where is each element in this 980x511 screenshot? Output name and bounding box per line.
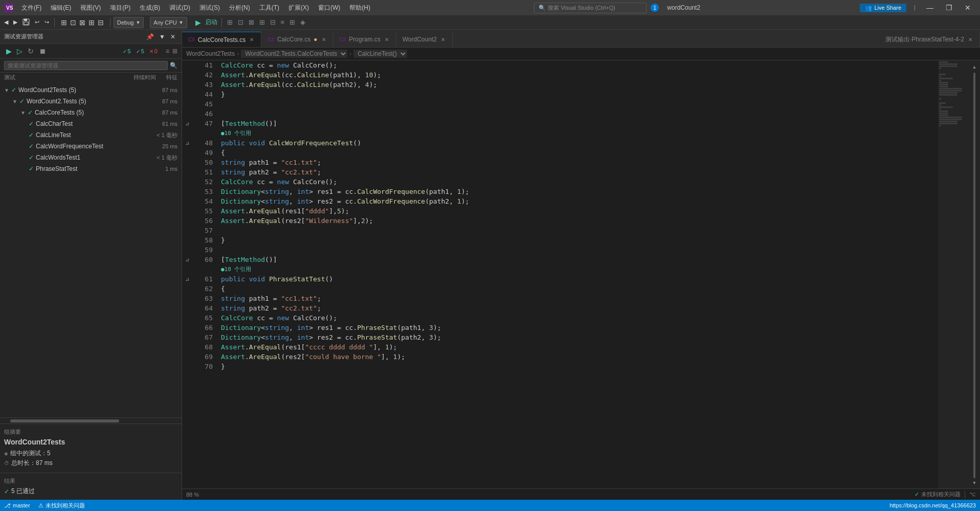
run-all-tests-button[interactable]: ▶	[4, 46, 14, 56]
pin-button[interactable]: 📌	[144, 32, 156, 41]
tests-icon: ◈	[4, 451, 8, 456]
cancel-tests-button[interactable]: ⏹	[37, 46, 48, 56]
toolbar-extra-btn7[interactable]: ⊞	[287, 18, 297, 26]
chevron-down-icon: ▼	[136, 20, 140, 25]
breadcrumb-dropdown-1[interactable]: WordCount2.Tests.CalcCoreTests	[241, 50, 347, 58]
save-button[interactable]	[20, 17, 32, 28]
editor-tab-bar: C# CalcCoreTests.cs ✕ C# CalcCore.cs ● ✕…	[182, 30, 980, 48]
debug-tests-button[interactable]: ↻	[26, 46, 36, 56]
source-control-status[interactable]: ⎇ master	[4, 502, 30, 509]
menu-analyze[interactable]: 分析(N)	[225, 3, 254, 13]
git-icon[interactable]: ⌥	[969, 491, 976, 498]
live-share-button[interactable]: 👥 Live Share	[860, 4, 906, 12]
platform-dropdown[interactable]: Any CPU ▼	[150, 17, 187, 28]
tab-close-5[interactable]: ✕	[967, 36, 973, 43]
tree-node-label-3: CalcCoreTests (5)	[35, 109, 162, 116]
group-button[interactable]: ⊞	[172, 48, 177, 55]
run-selected-button[interactable]: ▷	[15, 46, 25, 56]
btn-icons4[interactable]: ⊞	[87, 18, 96, 27]
tab-wordcount2[interactable]: WordCount2 ✕	[396, 32, 453, 47]
status-bar: ⎇ master ⚠ 未找到相关问题 https://blog.csdn.net…	[0, 500, 980, 511]
toolbar-extra-btn3[interactable]: ⊠	[247, 18, 256, 26]
btn-icons5[interactable]: ⊟	[97, 18, 105, 27]
scroll-down-icon[interactable]: ▼	[970, 478, 979, 487]
code-editor[interactable]: CalcCore cc = new CalcCore(); Assert.Are…	[217, 60, 938, 488]
tree-node-calccoretests[interactable]: ▼ ✓ CalcCoreTests (5) 87 ms	[0, 107, 182, 118]
start-label: 启动	[204, 18, 218, 27]
menu-edit[interactable]: 编辑(E)	[47, 3, 75, 13]
minimize-button[interactable]: —	[921, 3, 939, 13]
breadcrumb-dropdown-2[interactable]: CalcLineTest()	[353, 50, 407, 58]
tree-node-wordcount2tests-2[interactable]: ▼ ✓ WordCount2.Tests (5) 87 ms	[0, 96, 182, 107]
check-icon: ✓	[123, 49, 127, 54]
close-panel-button[interactable]: ✕	[168, 32, 177, 41]
filter-button[interactable]: ≡	[166, 48, 169, 55]
right-side-bar: ▲ ▼	[969, 60, 980, 488]
menu-test[interactable]: 测试(S)	[195, 3, 224, 13]
expand-icon[interactable]: ⟩	[910, 3, 919, 12]
menu-build[interactable]: 生成(B)	[136, 3, 164, 13]
tab-close-4[interactable]: ✕	[440, 36, 446, 43]
toolbar-extra-btn8[interactable]: ◈	[298, 18, 307, 26]
tab-close-3[interactable]: ✕	[384, 36, 390, 43]
debug-mode-dropdown[interactable]: Debug ▼	[114, 17, 144, 28]
svg-text:VS: VS	[6, 5, 13, 11]
minimap[interactable]	[938, 60, 969, 488]
minimap-content	[938, 60, 969, 128]
tab-program[interactable]: C# Program.cs ✕	[333, 32, 396, 47]
breadcrumb-item-1[interactable]: WordCount2Tests	[186, 50, 235, 57]
toolbar-extra-btn2[interactable]: ⊡	[236, 18, 246, 26]
close-button[interactable]: ✕	[960, 3, 976, 13]
forward-button[interactable]: ▶	[11, 18, 19, 27]
tab-label-4: WordCount2	[403, 36, 437, 43]
search-icon: 🔍	[539, 5, 546, 11]
btn-icons3[interactable]: ⊠	[78, 18, 86, 27]
tab-close-2[interactable]: ✕	[321, 36, 327, 43]
menu-debug[interactable]: 调试(D)	[165, 3, 194, 13]
back-button[interactable]: ◀	[2, 18, 10, 27]
tab-output[interactable]: 测试输出·PhraseStatTest-4-2 ✕	[879, 32, 980, 47]
tab-calccoreTests[interactable]: C# CalcCoreTests.cs ✕	[182, 32, 261, 47]
undo-button[interactable]: ↩	[33, 18, 41, 27]
tree-node-calcwords1[interactable]: ✓ CalcWordsTest1 < 1 毫秒	[0, 152, 182, 163]
scrollbar-thumb[interactable]	[973, 73, 975, 478]
tree-node-calcwf[interactable]: ✓ CalcWordFrequenceTest 25 ms	[0, 141, 182, 152]
no-problems-text: 未找到相关问题	[921, 491, 961, 498]
tree-node-label-6: CalcWordFrequenceTest	[36, 143, 162, 150]
global-search-box[interactable]: 🔍 搜索 Visual Studio (Ctrl+Q)	[534, 3, 647, 13]
menu-window[interactable]: 窗口(W)	[314, 3, 344, 13]
redo-button[interactable]: ↪	[42, 18, 51, 27]
play-button[interactable]: ▶	[193, 18, 203, 27]
tree-node-calcchartest[interactable]: ✓ CalcCharTest 61 ms	[0, 118, 182, 129]
live-share-label: Live Share	[874, 5, 901, 11]
scroll-up-icon[interactable]: ▲	[970, 62, 979, 72]
menu-tools[interactable]: 工具(T)	[255, 3, 283, 13]
test-search-input[interactable]	[4, 61, 168, 70]
menu-project[interactable]: 项目(P)	[106, 3, 135, 13]
tree-node-duration-5: < 1 毫秒	[157, 131, 177, 139]
toolbar-extra-btn[interactable]: ⊞	[225, 18, 235, 26]
toolbar-extra-btn6[interactable]: ≡	[279, 18, 287, 26]
panel-menu-button[interactable]: ▼	[157, 32, 167, 41]
toolbar-extra-btn5[interactable]: ⊟	[268, 18, 278, 26]
btn-icons2[interactable]: ⊡	[69, 18, 77, 27]
summary-duration: ⏱ 总时长：87 ms	[4, 459, 177, 468]
menu-help[interactable]: 帮助(H)	[345, 3, 374, 13]
menu-file[interactable]: 文件(F)	[17, 3, 46, 13]
tab-calccore[interactable]: C# CalcCore.cs ● ✕	[261, 32, 333, 47]
toolbar-extra-btn4[interactable]: ⊞	[257, 18, 267, 26]
menu-view[interactable]: 视图(V)	[76, 3, 105, 13]
tree-node-wordcount2tests[interactable]: ▼ ✓ WordCount2Tests (5) 87 ms	[0, 84, 182, 96]
failed-badge: ✕ 0	[147, 48, 160, 55]
btn-icons[interactable]: ⊞	[60, 18, 68, 27]
tab-close-1[interactable]: ✕	[249, 36, 255, 43]
svg-rect-3	[24, 19, 27, 21]
notification-badge[interactable]: 1	[651, 4, 659, 12]
warnings-status[interactable]: ⚠ 未找到相关问题	[38, 502, 85, 509]
tree-node-calclinetest[interactable]: ✓ CalcLineTest < 1 毫秒	[0, 129, 182, 141]
tree-scrollbar[interactable]	[0, 417, 182, 424]
tree-node-phrasestat[interactable]: ✓ PhraseStatTest 1 ms	[0, 163, 182, 174]
search-icon[interactable]: 🔍	[170, 62, 177, 69]
maximize-button[interactable]: ❐	[941, 3, 957, 13]
menu-extensions[interactable]: 扩展(X)	[284, 3, 313, 13]
